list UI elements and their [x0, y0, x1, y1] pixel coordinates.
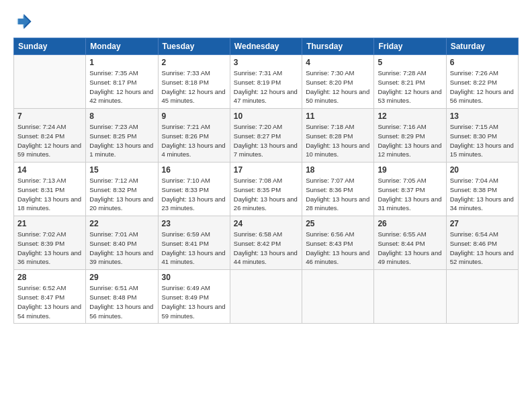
day-info: Sunrise: 6:49 AMSunset: 8:49 PMDaylight:… [162, 283, 226, 320]
day-info: Sunrise: 7:21 AMSunset: 8:26 PMDaylight:… [162, 122, 226, 159]
day-number: 12 [378, 111, 442, 121]
day-info: Sunrise: 7:01 AMSunset: 8:40 PMDaylight:… [89, 230, 154, 267]
calendar-cell: 25Sunrise: 6:56 AMSunset: 8:43 PMDayligh… [302, 216, 374, 270]
calendar-cell [446, 270, 518, 324]
day-info: Sunrise: 7:28 AMSunset: 8:21 PMDaylight:… [378, 68, 442, 105]
day-info: Sunrise: 7:05 AMSunset: 8:37 PMDaylight:… [378, 176, 442, 213]
day-number: 20 [450, 165, 515, 175]
calendar-cell: 8Sunrise: 7:23 AMSunset: 8:25 PMDaylight… [86, 109, 158, 163]
day-number: 29 [89, 273, 154, 282]
day-info: Sunrise: 6:52 AMSunset: 8:47 PMDaylight:… [17, 283, 82, 320]
calendar-cell: 14Sunrise: 7:13 AMSunset: 8:31 PMDayligh… [14, 163, 86, 216]
day-number: 8 [89, 111, 154, 121]
day-info: Sunrise: 7:10 AMSunset: 8:33 PMDaylight:… [162, 176, 226, 213]
day-info: Sunrise: 6:59 AMSunset: 8:41 PMDaylight:… [162, 230, 226, 267]
calendar-week-row: 28Sunrise: 6:52 AMSunset: 8:47 PMDayligh… [14, 270, 519, 324]
day-info: Sunrise: 6:58 AMSunset: 8:42 PMDaylight:… [234, 230, 298, 267]
calendar-cell: 6Sunrise: 7:26 AMSunset: 8:22 PMDaylight… [446, 55, 518, 109]
day-info: Sunrise: 7:30 AMSunset: 8:20 PMDaylight:… [306, 68, 370, 105]
day-number: 6 [450, 58, 515, 67]
calendar-cell: 2Sunrise: 7:33 AMSunset: 8:18 PMDaylight… [158, 55, 230, 109]
day-info: Sunrise: 7:20 AMSunset: 8:27 PMDaylight:… [234, 122, 298, 159]
day-info: Sunrise: 7:13 AMSunset: 8:31 PMDaylight:… [17, 176, 82, 213]
calendar-cell [374, 270, 446, 324]
logo [13, 12, 35, 31]
calendar-cell: 23Sunrise: 6:59 AMSunset: 8:41 PMDayligh… [158, 216, 230, 270]
day-info: Sunrise: 7:15 AMSunset: 8:30 PMDaylight:… [450, 122, 515, 159]
day-number: 18 [306, 165, 370, 175]
page: SundayMondayTuesdayWednesdayThursdayFrid… [0, 0, 532, 411]
day-number: 2 [162, 58, 226, 67]
calendar-cell: 12Sunrise: 7:16 AMSunset: 8:29 PMDayligh… [374, 109, 446, 163]
day-info: Sunrise: 7:26 AMSunset: 8:22 PMDaylight:… [450, 68, 515, 105]
day-info: Sunrise: 7:35 AMSunset: 8:17 PMDaylight:… [89, 68, 154, 105]
calendar-cell: 20Sunrise: 7:04 AMSunset: 8:38 PMDayligh… [446, 163, 518, 216]
day-number: 11 [306, 111, 370, 121]
day-info: Sunrise: 7:33 AMSunset: 8:18 PMDaylight:… [162, 68, 226, 105]
day-number: 1 [89, 58, 154, 67]
calendar-cell: 26Sunrise: 6:55 AMSunset: 8:44 PMDayligh… [374, 216, 446, 270]
calendar-cell: 9Sunrise: 7:21 AMSunset: 8:26 PMDaylight… [158, 109, 230, 163]
day-info: Sunrise: 7:18 AMSunset: 8:28 PMDaylight:… [306, 122, 370, 159]
calendar-week-row: 7Sunrise: 7:24 AMSunset: 8:24 PMDaylight… [14, 109, 519, 163]
day-info: Sunrise: 6:55 AMSunset: 8:44 PMDaylight:… [378, 230, 442, 267]
day-info: Sunrise: 6:51 AMSunset: 8:48 PMDaylight:… [89, 283, 154, 320]
calendar-cell: 29Sunrise: 6:51 AMSunset: 8:48 PMDayligh… [86, 270, 158, 324]
day-number: 4 [306, 58, 370, 67]
calendar-table: SundayMondayTuesdayWednesdayThursdayFrid… [13, 38, 519, 324]
calendar-cell: 27Sunrise: 6:54 AMSunset: 8:46 PMDayligh… [446, 216, 518, 270]
weekday-header-monday: Monday [86, 38, 158, 55]
day-number: 23 [162, 219, 226, 228]
weekday-header-tuesday: Tuesday [158, 38, 230, 55]
day-number: 26 [378, 219, 442, 228]
svg-marker-1 [17, 15, 30, 28]
day-number: 28 [17, 273, 82, 282]
calendar-cell [302, 270, 374, 324]
day-number: 16 [162, 165, 226, 175]
calendar-cell [230, 270, 302, 324]
day-info: Sunrise: 7:23 AMSunset: 8:25 PMDaylight:… [89, 122, 154, 159]
weekday-header-wednesday: Wednesday [230, 38, 302, 55]
day-number: 7 [17, 111, 82, 121]
day-number: 17 [234, 165, 298, 175]
calendar-cell: 13Sunrise: 7:15 AMSunset: 8:30 PMDayligh… [446, 109, 518, 163]
day-number: 19 [378, 165, 442, 175]
calendar-cell: 7Sunrise: 7:24 AMSunset: 8:24 PMDaylight… [14, 109, 86, 163]
weekday-header-row: SundayMondayTuesdayWednesdayThursdayFrid… [14, 38, 519, 55]
day-number: 15 [89, 165, 154, 175]
day-info: Sunrise: 7:04 AMSunset: 8:38 PMDaylight:… [450, 176, 515, 213]
calendar-week-row: 14Sunrise: 7:13 AMSunset: 8:31 PMDayligh… [14, 163, 519, 216]
weekday-header-friday: Friday [374, 38, 446, 55]
calendar-cell: 11Sunrise: 7:18 AMSunset: 8:28 PMDayligh… [302, 109, 374, 163]
calendar-week-row: 21Sunrise: 7:02 AMSunset: 8:39 PMDayligh… [14, 216, 519, 270]
day-number: 22 [89, 219, 154, 228]
day-number: 24 [234, 219, 298, 228]
day-number: 10 [234, 111, 298, 121]
calendar-cell: 16Sunrise: 7:10 AMSunset: 8:33 PMDayligh… [158, 163, 230, 216]
weekday-header-sunday: Sunday [14, 38, 86, 55]
calendar-cell: 30Sunrise: 6:49 AMSunset: 8:49 PMDayligh… [158, 270, 230, 324]
calendar-week-row: 1Sunrise: 7:35 AMSunset: 8:17 PMDaylight… [14, 55, 519, 109]
calendar-cell: 10Sunrise: 7:20 AMSunset: 8:27 PMDayligh… [230, 109, 302, 163]
calendar-cell: 22Sunrise: 7:01 AMSunset: 8:40 PMDayligh… [86, 216, 158, 270]
calendar-cell: 15Sunrise: 7:12 AMSunset: 8:32 PMDayligh… [86, 163, 158, 216]
day-number: 3 [234, 58, 298, 67]
header [13, 12, 519, 31]
calendar-cell: 1Sunrise: 7:35 AMSunset: 8:17 PMDaylight… [86, 55, 158, 109]
calendar-cell: 4Sunrise: 7:30 AMSunset: 8:20 PMDaylight… [302, 55, 374, 109]
day-info: Sunrise: 7:12 AMSunset: 8:32 PMDaylight:… [89, 176, 154, 213]
day-info: Sunrise: 7:31 AMSunset: 8:19 PMDaylight:… [234, 68, 298, 105]
calendar-cell: 5Sunrise: 7:28 AMSunset: 8:21 PMDaylight… [374, 55, 446, 109]
calendar-cell: 18Sunrise: 7:07 AMSunset: 8:36 PMDayligh… [302, 163, 374, 216]
weekday-header-saturday: Saturday [446, 38, 518, 55]
day-info: Sunrise: 6:54 AMSunset: 8:46 PMDaylight:… [450, 230, 515, 267]
calendar-cell: 24Sunrise: 6:58 AMSunset: 8:42 PMDayligh… [230, 216, 302, 270]
day-number: 27 [450, 219, 515, 228]
day-number: 25 [306, 219, 370, 228]
day-info: Sunrise: 7:24 AMSunset: 8:24 PMDaylight:… [17, 122, 82, 159]
calendar-cell: 3Sunrise: 7:31 AMSunset: 8:19 PMDaylight… [230, 55, 302, 109]
calendar-cell: 19Sunrise: 7:05 AMSunset: 8:37 PMDayligh… [374, 163, 446, 216]
day-number: 13 [450, 111, 515, 121]
calendar-cell: 17Sunrise: 7:08 AMSunset: 8:35 PMDayligh… [230, 163, 302, 216]
calendar-cell: 21Sunrise: 7:02 AMSunset: 8:39 PMDayligh… [14, 216, 86, 270]
